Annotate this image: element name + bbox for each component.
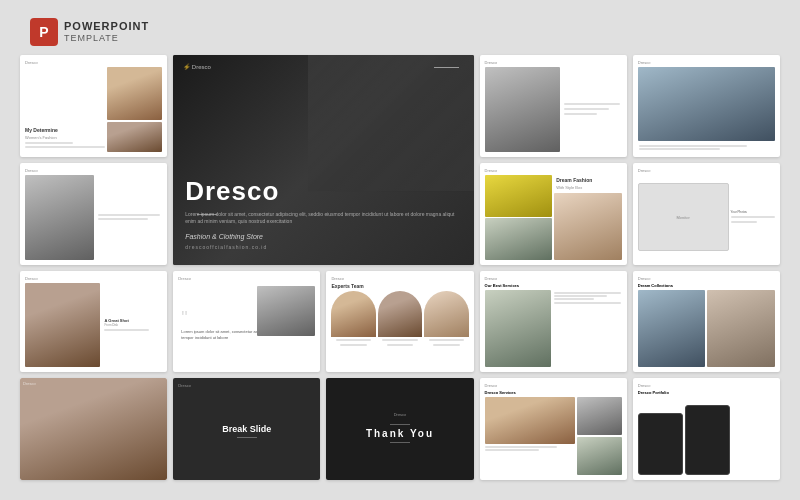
slide-12-logo: Dresco bbox=[178, 276, 315, 281]
slide-17[interactable]: Dresco Break Slide bbox=[173, 378, 320, 480]
slides-grid: Dresco My Determine Women's Fashion bbox=[0, 0, 800, 500]
slide-1-subtitle: Women's Fashion bbox=[25, 135, 105, 140]
slide-17-logo: Dresco bbox=[178, 383, 315, 388]
hero-logo: ⚡ Dresco bbox=[183, 63, 211, 70]
slide-6-logo: Dresco bbox=[25, 168, 162, 173]
slide-15[interactable]: Dresco Dream Collections bbox=[633, 271, 780, 373]
slide-5[interactable]: Dresco bbox=[633, 55, 780, 157]
slide-13[interactable]: Dresco Experts Team bbox=[326, 271, 473, 373]
slide-1-title: My Determine bbox=[25, 127, 105, 133]
slide-20-title: Dresco Portfolio bbox=[638, 390, 775, 395]
slide-14[interactable]: Dresco Our Best Services bbox=[480, 271, 627, 373]
hero-desc: Lorem ipsum dolor sit amet, consectetur … bbox=[185, 211, 461, 225]
slide-15-title: Dream Collections bbox=[638, 283, 775, 288]
slide-13-logo: Dresco bbox=[331, 276, 468, 281]
powerpoint-label: POWERPOINT bbox=[64, 20, 149, 33]
slide-20-logo: Dresco bbox=[638, 383, 775, 388]
top-bar: P POWERPOINT TEMPLATE bbox=[30, 18, 149, 46]
hero-content: Dresco Lorem ipsum dolor sit amet, conse… bbox=[185, 176, 461, 250]
slide-12[interactable]: Dresco " Lorem ipsum dolor sit amet, con… bbox=[173, 271, 320, 373]
powerpoint-icon: P bbox=[30, 18, 58, 46]
slide-1[interactable]: Dresco My Determine Women's Fashion bbox=[20, 55, 167, 157]
slide-19[interactable]: Dresco Dresco Services bbox=[480, 378, 627, 480]
hero-url: drescooffcialfashion.co.id bbox=[185, 244, 461, 250]
slide-5-logo: Dresco bbox=[638, 60, 775, 65]
slide-14-title: Our Best Services bbox=[485, 283, 622, 288]
ppt-label: POWERPOINT TEMPLATE bbox=[64, 20, 149, 44]
slide-16[interactable]: Dresco bbox=[20, 378, 167, 480]
page-wrapper: P POWERPOINT TEMPLATE Dresco My Determin… bbox=[0, 0, 800, 500]
slide-9[interactable]: Dresco Dream Fashion With Style Box bbox=[480, 163, 627, 265]
slide-11[interactable]: Dresco A Great Shot From Disk bbox=[20, 271, 167, 373]
slide-4[interactable]: Dresco bbox=[480, 55, 627, 157]
slide-11-logo: Dresco bbox=[25, 276, 162, 281]
slide-19-title: Dresco Services bbox=[485, 390, 622, 395]
slide-15-logo: Dresco bbox=[638, 276, 775, 281]
slide-9-logo: Dresco bbox=[485, 168, 622, 173]
hero-tagline: Fashion & Clothing Store bbox=[185, 233, 461, 240]
slide-10-logo: Dresco bbox=[638, 168, 775, 173]
slide-20[interactable]: Dresco Dresco Portfolio bbox=[633, 378, 780, 480]
slide-10[interactable]: Dresco Monitor Your Photos bbox=[633, 163, 780, 265]
thankyou-text: Thank You bbox=[366, 428, 434, 439]
slide-thankyou[interactable]: Dresco Thank You bbox=[326, 378, 473, 480]
slide-13-title: Experts Team bbox=[331, 283, 468, 289]
slide-6[interactable]: Dresco bbox=[20, 163, 167, 265]
thankyou-logo: Dresco bbox=[394, 412, 407, 417]
break-slide-title: Break Slide bbox=[222, 424, 271, 434]
slide-19-logo: Dresco bbox=[485, 383, 622, 388]
hero-line-accent bbox=[434, 67, 459, 68]
slide-1-logo: Dresco bbox=[25, 60, 162, 65]
template-label: TEMPLATE bbox=[64, 33, 149, 44]
slide-hero[interactable]: ⚡ Dresco Dresco Lorem ipsum dolor sit am… bbox=[173, 55, 473, 265]
hero-brand-name: Dresco bbox=[185, 176, 461, 207]
slide-4-logo: Dresco bbox=[485, 60, 622, 65]
slide-14-logo: Dresco bbox=[485, 276, 622, 281]
